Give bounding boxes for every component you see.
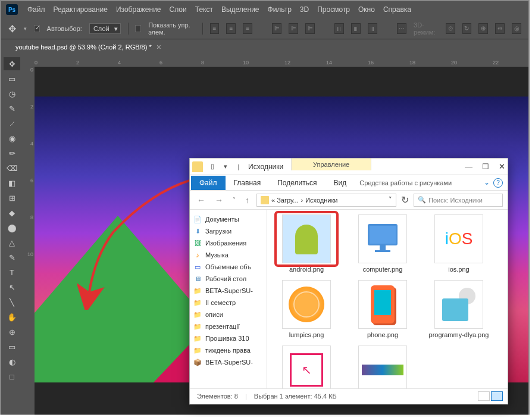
expand-ribbon-icon[interactable]: ⌄ [484,178,490,188]
tool-button[interactable]: ✎ [4,102,20,115]
nav-item[interactable]: ♪Музыка [191,249,265,261]
menu-Фильтр[interactable]: Фильтр [268,5,292,14]
distribute-icon[interactable]: ⫼ [351,23,361,34]
menu-Изображение[interactable]: Изображение [116,5,161,14]
nav-item[interactable]: 📁Прошивка 310 [191,332,265,344]
file-item[interactable]: programmy-dlya.png [424,280,493,338]
distribute-icon[interactable]: ⫼ [334,23,344,34]
menu-Файл[interactable]: Файл [27,5,45,14]
nav-item[interactable]: ⬇Загрузки [191,225,265,237]
dropdown-icon[interactable]: ˅ [389,196,392,204]
tool-button[interactable]: ▭ [4,340,20,353]
auto-select-target[interactable]: Слой [89,23,121,34]
tool-button[interactable]: ◆ [4,206,20,219]
home-tab[interactable]: Главная [226,176,270,190]
active-document-tab[interactable]: youtube head.psd @ 53.9% (Слой 2, RGB/8)… [8,40,168,54]
tool-button[interactable]: △ [4,236,20,249]
tool-button[interactable]: ⊞ [4,191,20,204]
tool-button[interactable]: ⟋ [4,117,20,130]
tool-button[interactable]: □ [4,370,20,383]
back-button[interactable]: ← [195,195,208,205]
file-item[interactable]: ↖ [272,346,341,388]
nav-item[interactable]: 📁II семестр [191,297,265,309]
tool-button[interactable]: ⌫ [4,161,20,175]
tool-button[interactable]: ◉ [4,132,20,145]
nav-item[interactable]: ▭Объемные объ [191,261,265,273]
align-icon[interactable]: ⊫ [289,23,298,34]
breadcrumb-part[interactable]: « Загру... [271,197,299,204]
chevron-down-icon[interactable]: ▾ [24,26,27,32]
close-button[interactable]: ✕ [499,162,505,171]
menu-3D[interactable]: 3D [300,5,309,14]
maximize-button[interactable]: ☐ [482,162,489,171]
menu-Текст[interactable]: Текст [195,5,213,14]
file-item[interactable]: iOSios.png [424,214,493,273]
3d-icon[interactable]: ⇔ [495,23,505,34]
menu-Редактирование[interactable]: Редактирование [54,5,108,14]
up-button[interactable]: ↑ [243,195,252,205]
menu-Просмотр[interactable]: Просмотр [317,5,350,14]
tool-button[interactable]: ⬤ [4,221,20,234]
icons-view-button[interactable] [491,391,503,401]
nav-item[interactable]: 📁тиждень права [191,344,265,356]
nav-item[interactable]: 📁BETA-SuperSU- [191,285,265,297]
breadcrumb-part[interactable]: Исходники [305,197,337,204]
quick-access-icon[interactable]: ▾ [220,161,231,173]
align-icon[interactable]: ≡ [226,23,236,34]
file-list[interactable]: android.pngcomputer.pngiOSios.pnglumpics… [267,210,508,388]
minimize-button[interactable]: — [465,162,472,171]
quick-access-icon[interactable]: ▯ [206,161,218,173]
tool-button[interactable]: ⊕ [4,325,20,338]
more-icon[interactable]: ⋯ [397,23,406,34]
tool-button[interactable]: ✏ [4,147,20,160]
tool-button[interactable]: ◐ [4,355,20,368]
share-tab[interactable]: Поделиться [269,176,325,190]
file-item[interactable]: android.png [272,214,341,273]
tool-button[interactable]: ✎ [4,251,20,264]
distribute-icon[interactable]: ⫼ [368,23,377,34]
align-icon[interactable]: ≡ [210,23,220,34]
file-tab[interactable]: Файл [191,176,226,190]
menu-Справка[interactable]: Справка [383,5,411,14]
recent-button[interactable]: ˅ [230,197,238,203]
file-item[interactable]: phone.png [348,280,417,338]
nav-item[interactable]: 📦BETA-SuperSU- [191,356,265,368]
search-box[interactable]: 🔍 Поиск: Исходники [414,194,503,207]
file-item[interactable] [348,346,417,388]
close-tab-icon[interactable]: × [157,42,161,52]
nav-item[interactable]: 📁описи [191,309,265,320]
align-icon[interactable]: ⊫ [272,23,281,34]
tool-button[interactable]: ◧ [4,176,20,189]
file-item[interactable]: lumpics.png [272,280,341,338]
forward-button[interactable]: → [212,195,226,205]
tool-button[interactable]: ╲ [4,295,20,309]
tool-button[interactable]: ▭ [4,72,20,85]
nav-item[interactable]: 📁презентації [191,320,265,332]
show-controls-checkbox[interactable] [135,25,141,32]
address-bar[interactable]: « Загру... › Исходники ˅ [256,194,396,207]
tool-button[interactable]: ↖ [4,281,20,294]
refresh-button[interactable]: ↻ [401,194,409,206]
3d-icon[interactable]: ⊕ [478,23,488,34]
view-tab[interactable]: Вид [325,176,355,190]
nav-item[interactable]: 📄Документы [191,213,265,225]
align-icon[interactable]: ≡ [243,23,252,34]
menu-Окно[interactable]: Окно [358,5,375,14]
menu-Слои[interactable]: Слои [170,5,187,14]
nav-item[interactable]: 🖥Рабочий стол [191,273,265,285]
tool-button[interactable]: ✥ [4,57,20,70]
tool-button[interactable]: ◷ [4,87,20,100]
align-icon[interactable]: ⊫ [305,23,315,34]
tool-button[interactable]: ✋ [4,310,20,323]
nav-item[interactable]: 🖼Изображения [191,237,265,249]
3d-icon[interactable]: ◎ [512,23,521,34]
details-view-button[interactable] [478,391,490,401]
help-icon[interactable]: ? [493,178,503,188]
3d-icon[interactable]: ↻ [462,23,472,34]
file-item[interactable]: computer.png [348,214,417,273]
ribbon-context-tab[interactable]: Управление [291,158,371,170]
picture-tools-tab[interactable]: Средства работы с рисунками [359,179,452,186]
auto-select-checkbox[interactable] [34,25,40,32]
tool-button[interactable]: T [4,266,20,279]
menu-Выделение[interactable]: Выделение [221,5,259,14]
